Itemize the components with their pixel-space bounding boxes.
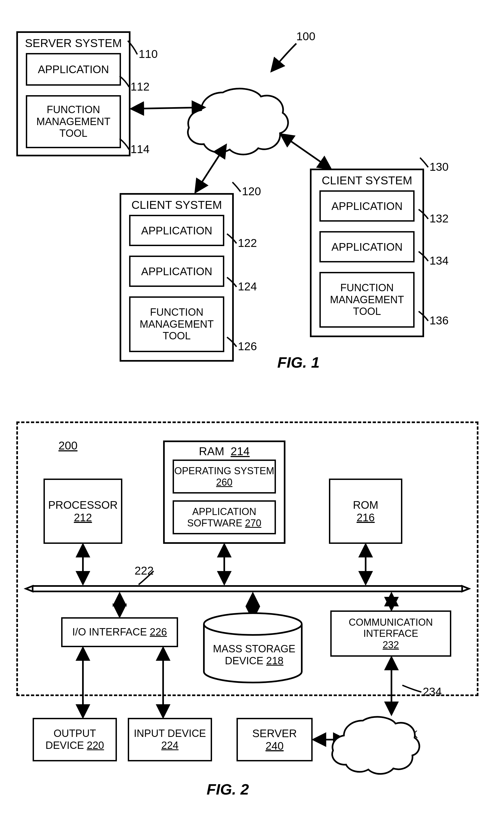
os-label: OPERATING SYSTEM [174, 465, 274, 476]
processor-box: PROCESSOR 212 [43, 479, 122, 544]
ref-126: 126 [238, 340, 257, 353]
rom-label: ROM [353, 499, 378, 511]
network-num-fig2: 102 [383, 740, 400, 752]
network-label-text-fig2: NETWORK [365, 729, 418, 740]
os-box: OPERATING SYSTEM 260 [173, 459, 276, 493]
ref-132: 132 [430, 212, 449, 225]
client2-fmt-label: FUNCTION MANAGEMENT TOOL [321, 282, 413, 318]
io-label: I/O INTERFACE [72, 626, 147, 638]
comm-box: COMMUNICATION INTERFACE 232 [330, 610, 451, 657]
io-num: 226 [150, 626, 167, 638]
ref-114: 114 [130, 143, 149, 156]
server-num-fig2: 240 [266, 740, 284, 752]
ref-110: 110 [139, 48, 158, 61]
ref-234: 234 [423, 685, 442, 698]
output-box: OUTPUT DEVICE 220 [33, 718, 117, 761]
server-fmt-box: FUNCTION MANAGEMENT TOOL [26, 95, 121, 148]
client2-app2-box: APPLICATION [320, 231, 415, 263]
client1-app2-box: APPLICATION [129, 256, 224, 287]
server-application-box: APPLICATION [26, 53, 121, 86]
ref-100: 100 [296, 30, 315, 43]
processor-label: PROCESSOR [48, 499, 118, 511]
mass-label-wrap: MASS STORAGE DEVICE 218 [209, 643, 299, 667]
input-num: 224 [161, 740, 178, 751]
ref-200: 200 [58, 439, 77, 452]
input-label: INPUT DEVICE [134, 728, 206, 739]
ref-130: 130 [430, 160, 449, 173]
svg-line-2 [282, 134, 330, 168]
client2-app2-label: APPLICATION [331, 241, 403, 253]
svg-line-1 [196, 145, 225, 192]
client1-app2-label: APPLICATION [141, 265, 212, 278]
ref-124: 124 [238, 280, 257, 293]
comm-label: COMMUNICATION INTERFACE [332, 617, 450, 639]
server-fmt-label: FUNCTION MANAGEMENT TOOL [27, 104, 120, 139]
client1-fmt-box: FUNCTION MANAGEMENT TOOL [129, 296, 224, 352]
io-box: I/O INTERFACE 226 [61, 617, 178, 647]
server-application-label: APPLICATION [38, 63, 109, 76]
processor-num: 212 [74, 511, 92, 524]
rom-box: ROM 216 [329, 479, 402, 544]
comm-num: 232 [383, 639, 399, 651]
svg-line-0 [132, 107, 204, 109]
sw-num: 270 [245, 517, 261, 529]
network-num: 102 [241, 113, 260, 125]
ref-136: 136 [430, 314, 449, 327]
ref-222: 222 [134, 564, 153, 577]
network-label-text: NETWORK [222, 101, 278, 112]
server-label-fig2: SERVER [252, 727, 297, 740]
os-num: 260 [216, 477, 232, 488]
ram-label: RAM [199, 445, 224, 458]
client2-app1-label: APPLICATION [331, 200, 403, 213]
client2-app1-box: APPLICATION [320, 190, 415, 222]
client2-title: CLIENT SYSTEM [322, 174, 412, 187]
output-num: 220 [87, 740, 104, 751]
client1-app1-label: APPLICATION [141, 224, 212, 237]
sw-box: APPLICATION SOFTWARE 270 [173, 500, 276, 534]
fig2-caption: FIG. 2 [206, 780, 249, 798]
client1-title: CLIENT SYSTEM [131, 198, 222, 211]
rom-num: 216 [357, 511, 375, 524]
input-box: INPUT DEVICE 224 [128, 718, 212, 761]
mass-num: 218 [266, 655, 283, 667]
fig1-caption: FIG. 1 [277, 354, 320, 371]
network-label-fig2: NETWORK 102 [359, 729, 424, 752]
ref-120: 120 [242, 185, 261, 198]
ram-num: 214 [230, 445, 249, 458]
ref-134: 134 [430, 254, 449, 267]
ref-112: 112 [130, 80, 149, 93]
client1-app1-box: APPLICATION [129, 215, 224, 246]
ref-122: 122 [238, 237, 257, 250]
network-label-fig1: NETWORK 102 [220, 101, 280, 125]
client2-fmt-box: FUNCTION MANAGEMENT TOOL [320, 272, 415, 328]
server-system-title: SERVER SYSTEM [25, 37, 122, 49]
server-box-fig2: SERVER 240 [236, 718, 313, 761]
client1-fmt-label: FUNCTION MANAGEMENT TOOL [130, 307, 223, 342]
